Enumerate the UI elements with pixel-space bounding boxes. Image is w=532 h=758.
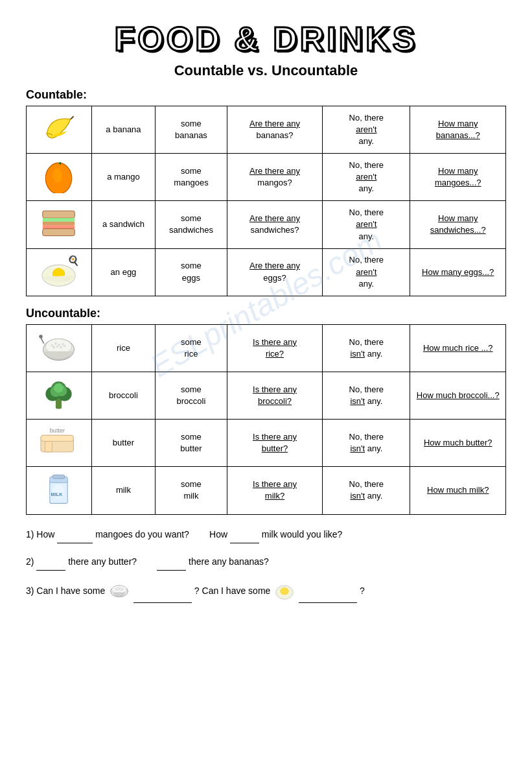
- ex1-label1: 1) How: [26, 529, 54, 539]
- banana-negative: No, therearen'tany.: [323, 106, 410, 154]
- svg-rect-5: [43, 226, 75, 230]
- mango-singular: a mango: [91, 154, 155, 201]
- butter-plural: somebutter: [156, 420, 227, 467]
- ex1-label1d: milk would you like?: [262, 529, 343, 539]
- svg-point-28: [54, 383, 64, 393]
- sandwich-icon: [27, 201, 92, 248]
- svg-line-20: [41, 338, 44, 344]
- mango-question: Are there anymangos?: [227, 154, 323, 201]
- ex2-blank4[interactable]: [157, 562, 186, 571]
- butter-how-much: How much butter?: [410, 420, 506, 467]
- banana-singular: a banana: [91, 106, 155, 154]
- egg-plural: someeggs: [156, 248, 227, 296]
- butter-negative: No, thereisn't any.: [323, 420, 410, 467]
- ex1-label1b: mangoes do you want?: [95, 529, 189, 539]
- broccoli-question: Is there anybroccoli?: [227, 372, 323, 419]
- table-row: broccolisomebroccoliIs there anybroccoli…: [27, 372, 506, 419]
- svg-point-21: [40, 335, 43, 338]
- svg-point-44: [116, 589, 118, 591]
- egg-icon-ex3: [273, 580, 296, 603]
- mango-plural: somemangoes: [156, 154, 227, 201]
- butter-singular: butter: [91, 420, 155, 467]
- ex3-label3b: ? Can I have some: [194, 585, 271, 595]
- banana-plural: somebananas: [156, 106, 227, 154]
- ex3-blank5[interactable]: [133, 594, 192, 603]
- sandwich-singular: a sandwich: [91, 201, 155, 248]
- svg-rect-2: [43, 211, 75, 219]
- svg-point-16: [53, 346, 56, 348]
- broccoli-plural: somebroccoli: [156, 372, 227, 419]
- svg-text:🍳: 🍳: [68, 254, 80, 266]
- banana-how-many: How many bananas...?: [410, 106, 506, 154]
- sandwich-plural: somesandwiches: [156, 201, 227, 248]
- table-row: a mangosomemangoesAre there anymangos?No…: [27, 154, 506, 201]
- ex3-label3c: ?: [360, 585, 365, 595]
- broccoli-how-much: How much broccoli...?: [410, 372, 506, 419]
- table-row: 🍳 an eggsomeeggsAre there anyeggs?No, th…: [27, 248, 506, 296]
- countable-section-title: Countable:: [26, 88, 506, 102]
- exercise-3: 3) Can I have some ? Can I have some: [26, 580, 506, 603]
- milk-how-much: How much milk?: [410, 467, 506, 514]
- egg-singular: an egg: [91, 248, 155, 296]
- milk-question: Is there anymilk?: [227, 467, 323, 514]
- mango-how-many: How many mangoes...?: [410, 154, 506, 201]
- svg-rect-30: [41, 435, 73, 441]
- svg-point-41: [117, 587, 119, 589]
- svg-rect-31: [45, 442, 52, 453]
- rice-how-much: How much rice ...?: [410, 324, 506, 372]
- butter-question: Is there anybutter?: [227, 420, 323, 467]
- table-row: MILK milksomemilkIs there anymilk?No, th…: [27, 467, 506, 514]
- svg-text:butter: butter: [50, 427, 65, 434]
- svg-rect-4: [43, 222, 75, 226]
- svg-point-15: [62, 343, 64, 346]
- ex3-blank6[interactable]: [299, 594, 357, 603]
- rice-negative: No, thereisn't any.: [323, 324, 410, 372]
- svg-point-18: [60, 346, 63, 348]
- butter-icon: butter: [27, 420, 92, 467]
- rice-plural: somerice: [156, 324, 227, 372]
- ex1-blank2[interactable]: [230, 534, 259, 543]
- uncountable-section-title: Uncountable:: [26, 307, 506, 320]
- rice-icon-ex3: [108, 580, 131, 603]
- ex1-blank1[interactable]: [57, 534, 93, 543]
- broccoli-icon: [27, 372, 92, 419]
- svg-text:MILK: MILK: [51, 492, 64, 497]
- milk-plural: somemilk: [156, 467, 227, 514]
- banana-icon: [27, 106, 92, 154]
- milk-icon: MILK: [27, 467, 92, 514]
- egg-question: Are there anyeggs?: [227, 248, 323, 296]
- svg-rect-6: [43, 229, 75, 236]
- ex2-label2c: there any bananas?: [189, 556, 269, 567]
- svg-point-14: [58, 344, 61, 346]
- svg-point-1: [53, 169, 63, 183]
- egg-how-many: How many eggs...?: [410, 248, 506, 296]
- ex3-label: 3) Can I have some: [26, 585, 105, 595]
- svg-rect-3: [43, 219, 75, 222]
- milk-negative: No, thereisn't any.: [323, 467, 410, 514]
- ex2-blank3[interactable]: [36, 562, 65, 571]
- svg-point-46: [121, 589, 122, 591]
- svg-point-19: [64, 345, 66, 348]
- svg-point-13: [54, 342, 57, 345]
- sandwich-how-many: How many sandwiches...?: [410, 201, 506, 248]
- egg-negative: No, therearen'tany.: [323, 248, 410, 296]
- table-row: a bananasomebananasAre there anybananas?…: [27, 106, 506, 154]
- table-row: ricesomericeIs there anyrice?No, thereis…: [27, 324, 506, 372]
- sandwich-question: Are there anysandwiches?: [227, 201, 323, 248]
- egg-icon: 🍳: [27, 248, 92, 296]
- svg-rect-35: [53, 475, 65, 479]
- banana-question: Are there anybananas?: [227, 106, 323, 154]
- svg-point-48: [281, 587, 288, 595]
- uncountable-table: ricesomericeIs there anyrice?No, thereis…: [26, 324, 506, 515]
- svg-point-12: [51, 344, 54, 347]
- ex2-label2b: there any butter?: [68, 556, 137, 567]
- subtitle: Countable vs. Uncountable: [26, 62, 506, 79]
- exercise-1: 1) How mangoes do you want? How milk wou…: [26, 525, 506, 543]
- rice-singular: rice: [91, 324, 155, 372]
- broccoli-negative: No, thereisn't any.: [323, 372, 410, 419]
- ex1-label1c: How: [209, 529, 227, 539]
- svg-point-45: [119, 588, 121, 590]
- table-row: a sandwichsomesandwichesAre there anysan…: [27, 201, 506, 248]
- exercises: 1) How mangoes do you want? How milk wou…: [26, 525, 506, 603]
- svg-point-17: [56, 345, 59, 348]
